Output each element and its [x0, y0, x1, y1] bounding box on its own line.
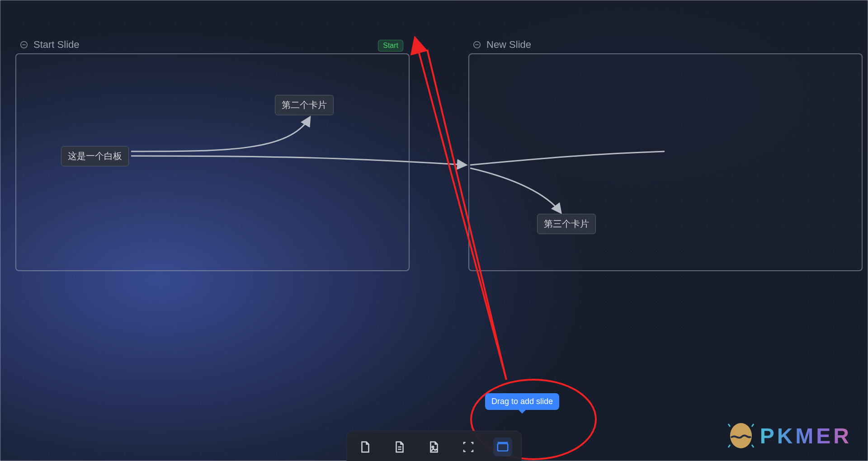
- card-whiteboard[interactable]: 这是一个白板: [61, 146, 129, 166]
- slide-title: New Slide: [486, 39, 531, 51]
- canvas-stage[interactable]: Start Slide Start New Slide 这是一个白板 第二个卡片…: [0, 0, 868, 461]
- card-third[interactable]: 第三个卡片: [537, 214, 596, 234]
- tool-group[interactable]: [459, 437, 478, 456]
- tool-image-card[interactable]: [425, 437, 443, 456]
- svg-line-15: [752, 445, 754, 447]
- svg-line-13: [752, 424, 754, 427]
- collapse-icon[interactable]: [473, 41, 481, 49]
- watermark-text: PKMER: [760, 423, 852, 448]
- start-badge: Start: [378, 40, 403, 52]
- slide-frame-new[interactable]: New Slide: [468, 53, 863, 271]
- card-second[interactable]: 第二个卡片: [275, 95, 334, 115]
- image-icon: [427, 440, 441, 454]
- pkmer-logo-icon: [727, 422, 755, 449]
- tool-add-slide[interactable]: [493, 437, 512, 456]
- collapse-icon[interactable]: [20, 41, 28, 49]
- svg-line-14: [728, 445, 730, 447]
- tool-note-card[interactable]: [390, 437, 409, 456]
- svg-line-12: [728, 424, 730, 427]
- slide-icon: [495, 440, 510, 454]
- tooltip-add-slide: Drag to add slide: [485, 393, 559, 410]
- svg-rect-9: [498, 444, 508, 451]
- svg-point-8: [432, 446, 434, 448]
- tool-blank-card[interactable]: [356, 437, 375, 456]
- slide-title: Start Slide: [33, 39, 80, 51]
- watermark: PKMER: [727, 422, 852, 449]
- slide-header-start: Start Slide: [20, 39, 80, 51]
- file-text-icon: [393, 440, 406, 454]
- group-icon: [462, 440, 475, 454]
- canvas-toolbar: [346, 431, 522, 461]
- slide-header-new: New Slide: [473, 39, 531, 51]
- file-icon: [359, 440, 372, 454]
